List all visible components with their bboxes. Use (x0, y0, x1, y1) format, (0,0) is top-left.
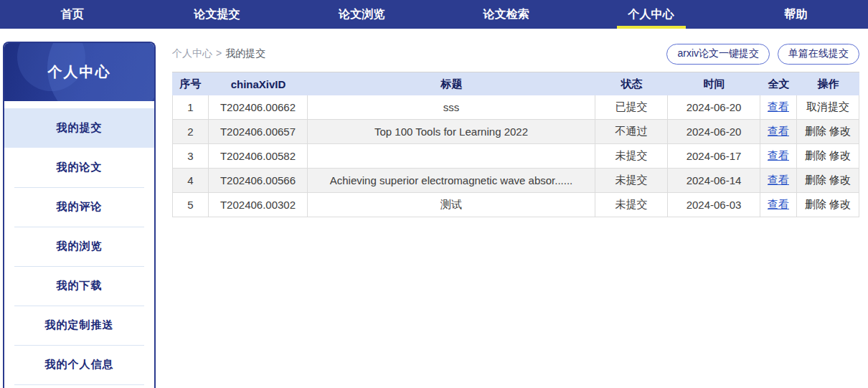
nav-label: 论文检索 (483, 7, 529, 22)
modify-link[interactable]: 修改 (829, 198, 851, 210)
delete-link[interactable]: 删除 (805, 174, 826, 186)
header-index: 序号 (172, 72, 209, 95)
cell-date: 2024-06-14 (668, 169, 760, 193)
submit-actions: arxiv论文一键提交 单篇在线提交 (659, 44, 859, 65)
cell-index: 1 (172, 95, 209, 120)
sidebar-item-my-browsing[interactable]: 我的浏览 (4, 227, 154, 266)
nav-item-paper-browse[interactable]: 论文浏览 (289, 0, 434, 29)
table-row: 5 T202406.00302 测试 未提交 2024-06-03 查看 删除 … (172, 193, 859, 217)
table-row: 3 T202406.00582 未提交 2024-06-17 查看 删除 修改 (172, 144, 859, 169)
cell-status: 未提交 (595, 144, 668, 169)
cell-chinaxiv-id: T202406.00566 (209, 169, 308, 193)
cell-title (308, 144, 595, 169)
view-fulltext-link[interactable]: 查看 (768, 149, 789, 161)
single-online-submit-button[interactable]: 单篇在线提交 (778, 44, 859, 65)
sidebar-item-my-custom-push[interactable]: 我的定制推送 (4, 306, 154, 345)
delete-link[interactable]: 删除 (805, 149, 826, 161)
cell-date: 2024-06-17 (668, 144, 760, 169)
breadcrumb-parent[interactable]: 个人中心 (172, 47, 212, 59)
table-row: 2 T202406.00657 Top 100 Tools for Learni… (172, 120, 859, 144)
nav-label: 论文浏览 (339, 7, 385, 22)
delete-link[interactable]: 删除 (805, 198, 826, 210)
table-row: 1 T202406.00662 sss 已提交 2024-06-20 查看 取消… (172, 95, 859, 120)
cell-title: Achieving superior electromagnetic wave … (308, 169, 595, 193)
cell-title: 测试 (308, 193, 595, 217)
modify-link[interactable]: 修改 (829, 174, 851, 186)
cell-index: 3 (172, 144, 209, 169)
modify-link[interactable]: 修改 (829, 149, 851, 161)
sidebar: 个人中心 我的提交 我的论文 我的评论 我的浏览 我的下载 我的定制推送 我的个… (3, 42, 156, 388)
sidebar-item-my-papers[interactable]: 我的论文 (4, 148, 154, 187)
breadcrumb: 个人中心>我的提交 (172, 47, 265, 60)
nav-item-personal-center[interactable]: 个人中心 (579, 0, 724, 29)
active-tab-underline (617, 26, 686, 29)
breadcrumb-separator: > (216, 47, 222, 59)
nav-item-help[interactable]: 帮助 (723, 0, 868, 29)
header-title: 标题 (308, 72, 595, 95)
sidebar-item-my-submissions[interactable]: 我的提交 (4, 108, 154, 148)
cell-chinaxiv-id: T202406.00582 (209, 144, 308, 169)
header-operations: 操作 (797, 72, 859, 95)
cell-chinaxiv-id: T202406.00662 (209, 95, 308, 120)
cell-date: 2024-06-20 (668, 120, 760, 144)
table-row: 4 T202406.00566 Achieving superior elect… (172, 169, 859, 193)
cell-date: 2024-06-03 (668, 193, 760, 217)
header-chinaxiv-id: chinaXivID (209, 72, 308, 95)
nav-item-paper-search[interactable]: 论文检索 (434, 0, 579, 29)
header-date: 时间 (668, 72, 760, 95)
cell-index: 5 (172, 193, 209, 217)
view-fulltext-link[interactable]: 查看 (768, 125, 789, 137)
sidebar-menu: 我的提交 我的论文 我的评论 我的浏览 我的下载 我的定制推送 我的个人信息 (4, 101, 154, 388)
nav-label: 帮助 (784, 7, 807, 22)
cell-chinaxiv-id: T202406.00302 (209, 193, 308, 217)
view-fulltext-link[interactable]: 查看 (768, 198, 789, 210)
cell-title: Top 100 Tools for Learning 2022 (308, 120, 595, 144)
cell-chinaxiv-id: T202406.00657 (209, 120, 308, 144)
nav-label: 个人中心 (628, 7, 674, 22)
sidebar-item-my-profile[interactable]: 我的个人信息 (4, 345, 154, 384)
cell-title: sss (308, 95, 595, 120)
cell-index: 4 (172, 169, 209, 193)
submissions-table: 序号 chinaXivID 标题 状态 时间 全文 操作 1 T202406.0… (172, 72, 859, 217)
header-status: 状态 (595, 72, 668, 95)
arxiv-batch-submit-button[interactable]: arxiv论文一键提交 (666, 44, 770, 65)
breadcrumb-current: 我的提交 (225, 47, 265, 59)
top-navigation: 首页 论文提交 论文浏览 论文检索 个人中心 帮助 (0, 0, 868, 29)
sidebar-item-my-comments[interactable]: 我的评论 (4, 187, 154, 227)
main-content: 个人中心>我的提交 arxiv论文一键提交 单篇在线提交 序号 chinaXiv… (172, 42, 859, 217)
nav-item-home[interactable]: 首页 (0, 0, 145, 29)
cell-status: 不通过 (595, 120, 668, 144)
cell-index: 2 (172, 120, 209, 144)
cell-status: 已提交 (595, 95, 668, 120)
nav-item-paper-submit[interactable]: 论文提交 (145, 0, 290, 29)
cell-status: 未提交 (595, 169, 668, 193)
cell-status: 未提交 (595, 193, 668, 217)
page: 首页 论文提交 论文浏览 论文检索 个人中心 帮助 个人中心 我的提交 我的论文… (0, 0, 868, 388)
cell-date: 2024-06-20 (668, 95, 760, 120)
sidebar-title: 个人中心 (48, 62, 111, 82)
nav-label: 首页 (61, 7, 84, 22)
table-header-row: 序号 chinaXivID 标题 状态 时间 全文 操作 (172, 72, 859, 95)
sidebar-header: 个人中心 (4, 43, 154, 101)
sidebar-divider (4, 384, 154, 388)
view-fulltext-link[interactable]: 查看 (768, 100, 789, 113)
view-fulltext-link[interactable]: 查看 (768, 174, 789, 186)
delete-link[interactable]: 删除 (805, 125, 826, 137)
sidebar-item-my-downloads[interactable]: 我的下载 (4, 266, 154, 306)
modify-link[interactable]: 修改 (829, 125, 851, 137)
content-header: 个人中心>我的提交 arxiv论文一键提交 单篇在线提交 (172, 42, 859, 66)
cancel-submission-link[interactable]: 取消提交 (806, 100, 849, 113)
header-fulltext: 全文 (760, 72, 797, 95)
nav-label: 论文提交 (194, 7, 240, 22)
